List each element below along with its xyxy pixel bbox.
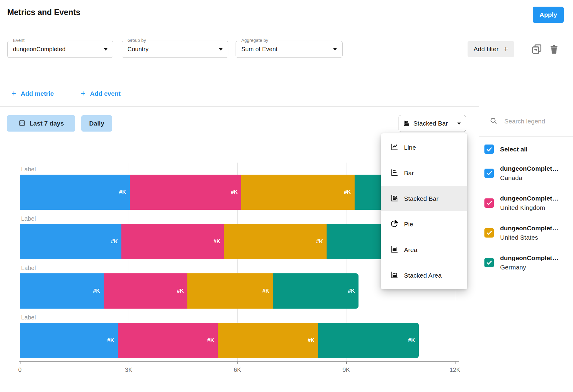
plus-icon: +: [81, 89, 86, 98]
bar-segment-united-kingdom[interactable]: #K: [121, 224, 224, 259]
calendar-icon: [18, 119, 26, 128]
stacked-bar-icon: [403, 120, 410, 127]
chart-type-option-label: Area: [404, 246, 417, 254]
bar-segment-value: #K: [408, 323, 415, 358]
bar-chart-icon: [390, 168, 399, 178]
bar-category-label: Label: [21, 166, 36, 173]
trash-icon: [549, 51, 559, 56]
bar-segment-value: #K: [107, 323, 114, 358]
bar-segment-value: #K: [119, 175, 126, 210]
chart-type-option-line[interactable]: Line: [381, 135, 467, 160]
x-axis-tick: [455, 361, 456, 364]
bar-segment-united-kingdom[interactable]: #K: [118, 323, 218, 358]
apply-button[interactable]: Apply: [533, 7, 564, 23]
add-event-button[interactable]: + Add event: [81, 89, 121, 98]
delete-button[interactable]: [549, 44, 559, 55]
select-all-checkbox[interactable]: Select all: [484, 145, 528, 154]
chart-type-option-stacked-area[interactable]: Stacked Area: [381, 263, 467, 288]
plus-icon: +: [503, 45, 508, 53]
bar-segment-canada[interactable]: #K: [20, 323, 118, 358]
x-axis-tick: [346, 361, 347, 364]
chart-type-option-area[interactable]: Area: [381, 237, 467, 263]
bar-segment-united-states[interactable]: #K: [224, 224, 327, 259]
bar-segment-germany[interactable]: #K: [273, 273, 359, 309]
legend-item-subtitle: Germany: [500, 263, 559, 272]
plus-icon: +: [11, 89, 16, 98]
legend-item-united-kingdom[interactable]: dungeonComplet…United Kingdom: [484, 192, 571, 214]
legend-panel: Select all dungeonComplet…CanadadungeonC…: [479, 106, 573, 392]
bar-segment-united-kingdom[interactable]: #K: [104, 273, 187, 309]
x-axis-tick-label: 9K: [343, 366, 350, 373]
bar-segment-value: #K: [348, 273, 355, 309]
bar-segment-canada[interactable]: #K: [20, 224, 121, 259]
bar-segment-united-states[interactable]: #K: [187, 273, 273, 309]
duplicate-button[interactable]: [531, 43, 543, 55]
legend-item-germany[interactable]: dungeonComplet…Germany: [484, 252, 571, 273]
chart-type-option-pie[interactable]: Pie: [381, 211, 467, 237]
legend-checkbox[interactable]: [484, 228, 494, 238]
chart-type-option-label: Pie: [404, 221, 413, 228]
legend-item-canada[interactable]: dungeonComplet…Canada: [484, 162, 571, 184]
bar-segment-canada[interactable]: #K: [20, 175, 130, 210]
add-metric-button[interactable]: + Add metric: [11, 89, 54, 98]
group-by-select-label: Group by: [126, 38, 148, 43]
legend-item-united-states[interactable]: dungeonComplet…United States: [484, 222, 571, 244]
chevron-down-icon: [104, 48, 108, 51]
legend-search-input[interactable]: [504, 118, 567, 125]
x-axis-tick: [237, 361, 238, 364]
duplicate-icon: [531, 51, 543, 56]
event-select-label: Event: [11, 38, 26, 43]
aggregate-by-select[interactable]: Aggregate by Sum of Event: [236, 41, 343, 58]
chevron-down-icon: [219, 48, 223, 51]
legend-item-text: dungeonComplet…Canada: [500, 164, 559, 182]
legend-item-subtitle: United Kingdom: [500, 203, 559, 212]
stacked-area-icon: [390, 271, 399, 280]
bar-segment-value: #K: [308, 323, 315, 358]
legend-checkbox[interactable]: [484, 198, 494, 208]
legend-item-title: dungeonComplet…: [500, 164, 559, 173]
bar-segment-value: #K: [344, 175, 351, 210]
chart-type-button[interactable]: Stacked Bar: [399, 115, 466, 132]
area-chart-icon: [390, 245, 399, 254]
group-by-select[interactable]: Group by Country: [122, 41, 228, 58]
page-title: Metrics and Events: [7, 8, 80, 17]
chart-type-option-label: Line: [404, 144, 416, 151]
checkbox-checked-icon: [484, 145, 494, 154]
bar-segment-united-states[interactable]: #K: [241, 175, 354, 210]
legend-checkbox[interactable]: [484, 258, 494, 267]
x-axis-tick: [20, 361, 20, 364]
event-select-value: dungeonCompleted: [13, 46, 66, 53]
stacked-bar-icon: [390, 194, 399, 203]
chart-type-option-bar[interactable]: Bar: [381, 160, 467, 186]
legend-item-title: dungeonComplet…: [500, 253, 559, 263]
add-filter-button[interactable]: Add filter +: [468, 41, 514, 57]
event-select[interactable]: Event dungeonCompleted: [7, 41, 113, 58]
x-axis-line: [19, 361, 459, 362]
legend-item-text: dungeonComplet…United States: [500, 223, 559, 242]
x-axis-tick-label: 3K: [125, 366, 132, 373]
add-filter-label: Add filter: [474, 45, 499, 53]
x-axis-tick-label: 12K: [449, 366, 460, 373]
bar-segment-united-kingdom[interactable]: #K: [130, 175, 242, 210]
bar-category-label: Label: [21, 314, 36, 321]
x-axis-tick-label: 0: [18, 366, 21, 373]
legend-search-row: [479, 113, 573, 130]
bar-category-label: Label: [21, 265, 36, 272]
chevron-down-icon: [333, 48, 337, 51]
date-range-button[interactable]: Last 7 days: [7, 115, 75, 132]
legend-checkbox[interactable]: [484, 169, 494, 178]
bar-segment-united-states[interactable]: #K: [218, 323, 318, 358]
legend-item-subtitle: Canada: [500, 173, 559, 182]
bar-segment-value: #K: [177, 273, 184, 309]
search-icon: [490, 117, 498, 126]
select-all-label: Select all: [500, 146, 528, 153]
legend-item-text: dungeonComplet…United Kingdom: [500, 194, 559, 212]
date-range-label: Last 7 days: [30, 120, 64, 127]
bar-segment-germany[interactable]: #K: [318, 323, 418, 358]
granularity-button[interactable]: Daily: [81, 115, 112, 132]
chart-type-option-stacked-bar[interactable]: Stacked Bar: [381, 186, 467, 211]
bar-segment-canada[interactable]: #K: [20, 273, 104, 309]
chart-type-label: Stacked Bar: [413, 120, 448, 127]
bar-segment-value: #K: [111, 224, 118, 259]
legend-item-text: dungeonComplet…Germany: [500, 253, 559, 272]
